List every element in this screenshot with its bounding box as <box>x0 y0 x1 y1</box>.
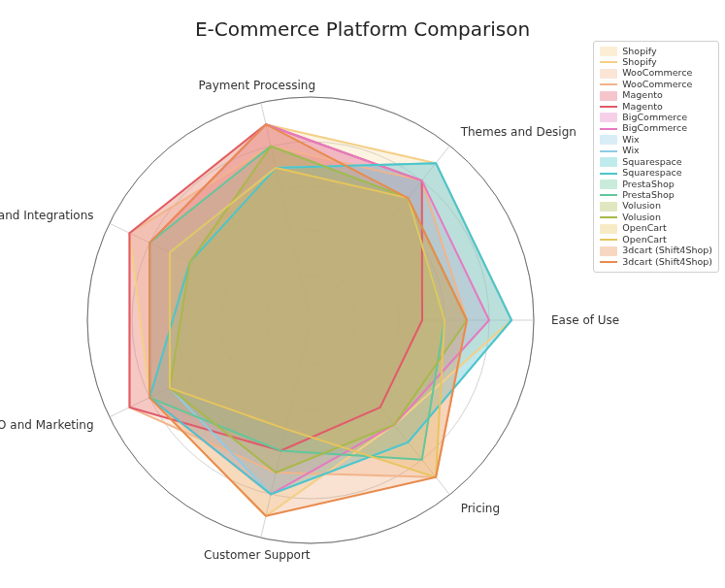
legend-label: Wix <box>622 135 639 146</box>
legend-item-line: 3dcart (Shift4Shop) <box>600 257 712 268</box>
legend-item-fill: PrestaShop <box>600 180 712 190</box>
legend-label: BigCommerce <box>622 113 687 123</box>
legend-item-fill: WooCommerce <box>600 68 712 79</box>
legend-label: Squarespace <box>622 168 681 179</box>
legend-label: BigCommerce <box>622 123 687 134</box>
legend-item-fill: Magento <box>600 90 712 101</box>
legend-swatch <box>600 47 617 56</box>
legend-line <box>600 261 617 263</box>
legend-label: PrestaShop <box>622 180 675 190</box>
legend-item-line: Volusion <box>600 212 712 223</box>
axis-label: Themes and Design <box>460 125 577 139</box>
legend-item-line: Shopify <box>600 57 712 68</box>
axis-label: Payment Processing <box>199 79 315 92</box>
legend-item-line: BigCommerce <box>600 123 712 134</box>
legend-item-fill: Shopify <box>600 47 712 57</box>
legend-label: Wix <box>622 146 639 156</box>
legend-label: OpenCart <box>622 235 666 245</box>
axis-label: Customer Support <box>204 548 311 562</box>
legend-item-line: Squarespace <box>600 168 712 179</box>
legend-line <box>600 61 617 63</box>
legend-item-line: PrestaShop <box>600 190 712 201</box>
legend-label: Shopify <box>622 47 656 57</box>
legend-label: OpenCart <box>622 223 666 234</box>
legend-line <box>600 239 617 241</box>
legend-label: WooCommerce <box>622 68 692 79</box>
legend-label: WooCommerce <box>622 80 692 90</box>
legend-line <box>600 106 617 108</box>
legend-swatch <box>600 202 617 212</box>
legend-line <box>600 128 617 130</box>
axis-label: Pricing <box>461 502 500 515</box>
legend: ShopifyShopifyWooCommerceWooCommerceMage… <box>593 41 719 273</box>
legend-swatch <box>600 180 617 189</box>
legend-item-fill: Volusion <box>600 201 712 212</box>
legend-swatch <box>600 246 617 256</box>
legend-line <box>600 216 617 218</box>
legend-swatch <box>600 113 617 122</box>
legend-item-line: Magento <box>600 102 712 113</box>
legend-label: 3dcart (Shift4Shop) <box>622 257 712 268</box>
legend-item-line: WooCommerce <box>600 80 712 90</box>
legend-label: Shopify <box>622 57 656 68</box>
legend-label: Magento <box>622 102 662 113</box>
legend-item-fill: Wix <box>600 135 712 146</box>
axis-label: Ease of Use <box>551 313 619 327</box>
legend-item-line: OpenCart <box>600 235 712 245</box>
axis-label: SEO and Marketing <box>0 418 94 432</box>
legend-label: Squarespace <box>622 157 681 168</box>
legend-line <box>600 194 617 196</box>
legend-item-fill: 3dcart (Shift4Shop) <box>600 245 712 256</box>
legend-line <box>600 83 617 85</box>
legend-label: Volusion <box>622 201 661 212</box>
legend-label: Magento <box>622 90 662 101</box>
legend-line <box>600 173 617 175</box>
legend-item-line: Wix <box>600 146 712 156</box>
legend-swatch <box>600 135 617 145</box>
legend-swatch <box>600 91 617 101</box>
axis-label: Apps and Integrations <box>0 209 94 222</box>
legend-label: 3dcart (Shift4Shop) <box>622 245 712 256</box>
legend-swatch <box>600 157 617 167</box>
legend-line <box>600 150 617 152</box>
legend-label: Volusion <box>622 212 661 223</box>
legend-item-fill: BigCommerce <box>600 113 712 123</box>
legend-item-fill: Squarespace <box>600 157 712 168</box>
legend-item-fill: OpenCart <box>600 223 712 234</box>
legend-swatch <box>600 224 617 234</box>
legend-swatch <box>600 69 617 79</box>
legend-label: PrestaShop <box>622 190 675 201</box>
